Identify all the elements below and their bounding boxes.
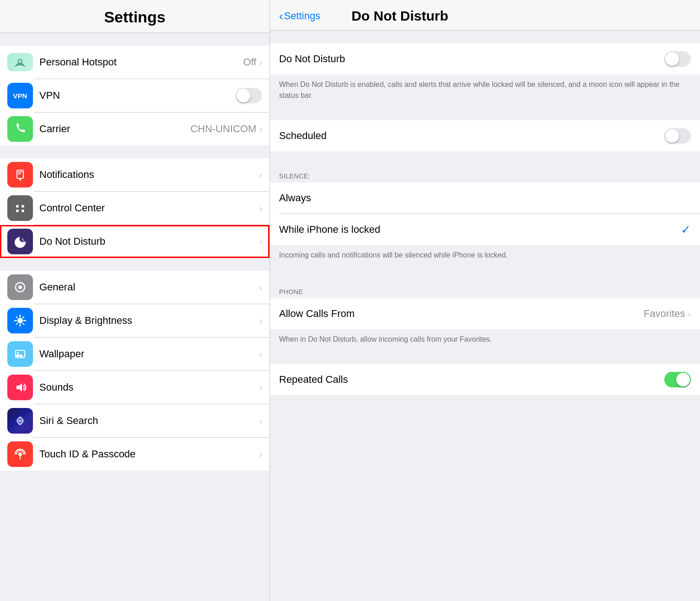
left-panel-title: Settings (104, 8, 165, 26)
wallpaper-row[interactable]: Wallpaper › (0, 338, 269, 370)
touch-id-icon-svg (13, 447, 27, 461)
svg-rect-4 (18, 173, 21, 174)
repeated-calls-group: Repeated Calls (270, 364, 700, 395)
svg-rect-3 (18, 172, 22, 172)
personal-hotspot-chevron: › (259, 57, 262, 68)
dnd-icon-svg (13, 234, 27, 249)
sounds-icon-svg (13, 380, 27, 395)
repeated-calls-row[interactable]: Repeated Calls (270, 364, 700, 395)
sounds-row[interactable]: Sounds › (0, 371, 269, 404)
sounds-content: Sounds › (39, 371, 262, 404)
svg-marker-22 (16, 383, 22, 392)
allow-calls-label: Allow Calls From (279, 308, 644, 320)
vpn-icon: VPN (7, 83, 33, 108)
device-group: General › (0, 271, 269, 471)
wallpaper-content: Wallpaper › (39, 338, 262, 370)
siri-search-chevron: › (259, 416, 262, 426)
svg-point-10 (18, 285, 22, 289)
dnd-toggle-row[interactable]: Do Not Disturb (270, 43, 700, 75)
personal-hotspot-row[interactable]: Personal Hotspot Off › (0, 46, 269, 79)
personal-hotspot-content: Personal Hotspot Off › (39, 46, 262, 79)
carrier-chevron: › (259, 124, 262, 134)
svg-point-21 (17, 352, 19, 354)
svg-line-16 (16, 317, 18, 318)
general-content: General › (39, 271, 262, 304)
notifications-row[interactable]: Notifications › (0, 158, 269, 191)
do-not-disturb-content: Do Not Disturb › (39, 225, 262, 258)
allow-calls-value: Favorites (644, 308, 685, 320)
silence-checkmark-icon: ✓ (681, 223, 691, 237)
allow-calls-row[interactable]: Allow Calls From Favorites › (270, 298, 700, 329)
settings-left-panel: Settings Personal Hotspot Off (0, 0, 270, 601)
sounds-label: Sounds (39, 381, 74, 393)
vpn-label: VPN (39, 90, 60, 102)
vpn-row[interactable]: VPN VPN (0, 79, 269, 112)
svg-line-17 (23, 323, 24, 325)
display-brightness-row[interactable]: Display & Brightness › (0, 304, 269, 337)
siri-icon (7, 408, 33, 434)
do-not-disturb-row[interactable]: Do Not Disturb › (0, 225, 269, 258)
control-center-chevron: › (259, 203, 262, 214)
siri-search-label: Siri & Search (39, 415, 98, 427)
control-center-label: Control Center (39, 202, 105, 214)
dnd-description: When Do Not Disturb is enabled, calls an… (270, 75, 700, 107)
spacer-bottom (0, 471, 269, 483)
control-center-icon (7, 195, 33, 221)
repeated-calls-toggle[interactable] (664, 372, 691, 387)
display-brightness-chevron: › (259, 316, 262, 326)
back-button[interactable]: ‹ Settings (279, 9, 320, 23)
silence-while-locked-row[interactable]: While iPhone is locked ✓ (270, 214, 700, 245)
r-spacer-6 (270, 395, 700, 408)
r-spacer-2 (270, 107, 700, 120)
svg-point-7 (16, 209, 19, 212)
control-center-content: Control Center › (39, 192, 262, 225)
carrier-content: Carrier CHN-UNICOM › (39, 113, 262, 145)
wallpaper-icon (7, 341, 33, 367)
svg-point-26 (18, 452, 22, 456)
silence-while-locked-check: ✓ (681, 223, 691, 237)
scheduled-toggle[interactable] (664, 128, 691, 144)
repeated-calls-toggle-knob (676, 373, 690, 386)
display-brightness-icon (7, 308, 33, 333)
allow-calls-description: When in Do Not Disturb, allow incoming c… (270, 329, 700, 351)
dnd-toggle-label: Do Not Disturb (279, 53, 664, 65)
general-icon-svg (13, 280, 27, 295)
control-center-row[interactable]: Control Center › (0, 192, 269, 225)
svg-line-18 (23, 317, 24, 318)
right-panel-title: Do Not Disturb (351, 8, 448, 24)
silence-while-locked-label: While iPhone is locked (279, 224, 681, 236)
general-row[interactable]: General › (0, 271, 269, 304)
personal-hotspot-icon (7, 53, 33, 71)
r-spacer-4 (270, 267, 700, 280)
notifications-value: › (259, 170, 262, 180)
silence-always-row[interactable]: Always (270, 182, 700, 214)
repeated-calls-label: Repeated Calls (279, 374, 664, 386)
notifications-content: Notifications › (39, 158, 262, 191)
siri-search-row[interactable]: Siri & Search › (0, 404, 269, 437)
do-not-disturb-label: Do Not Disturb (39, 236, 105, 247)
allow-calls-group: Allow Calls From Favorites › (270, 298, 700, 329)
dnd-toggle-value (664, 51, 691, 67)
allow-calls-value-area: Favorites › (644, 308, 691, 320)
phone-header: PHONE (270, 280, 700, 298)
carrier-row[interactable]: Carrier CHN-UNICOM › (0, 113, 269, 145)
silence-header: SILENCE: (270, 164, 700, 182)
do-not-disturb-icon (7, 229, 33, 254)
display-icon-svg (13, 313, 27, 328)
hotspot-icon-svg (14, 56, 27, 69)
back-label: Settings (284, 10, 321, 22)
dnd-main-toggle[interactable] (664, 51, 691, 67)
control-center-icon-svg (13, 201, 27, 215)
vpn-toggle[interactable] (236, 88, 262, 103)
carrier-label: Carrier (39, 123, 70, 135)
spacer-top (0, 33, 269, 46)
personal-hotspot-label: Personal Hotspot (39, 56, 117, 68)
scheduled-row[interactable]: Scheduled (270, 120, 700, 151)
scheduled-label: Scheduled (279, 130, 664, 142)
scheduled-toggle-area (664, 128, 691, 144)
spacer-3 (0, 258, 269, 271)
touch-id-row[interactable]: Touch ID & Passcode › (0, 438, 269, 471)
dnd-toggle-group: Do Not Disturb (270, 43, 700, 75)
siri-search-content: Siri & Search › (39, 404, 262, 437)
vpn-toggle-knob (237, 89, 250, 102)
